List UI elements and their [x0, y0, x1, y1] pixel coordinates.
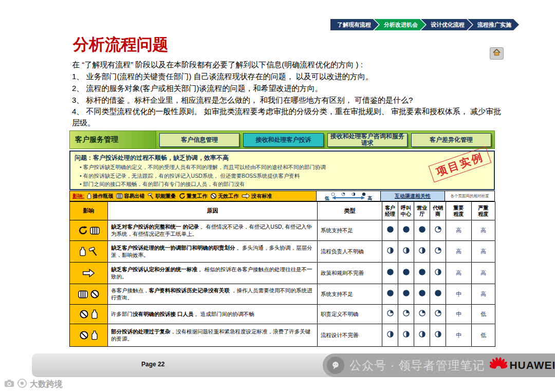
bottleneck-icon — [91, 330, 98, 340]
relevance-cell-2-full — [398, 263, 414, 284]
bottleneck-icon — [79, 247, 86, 256]
wechat-account-name: 公众号 · 领导者管理笔记 — [349, 358, 485, 374]
severity-header: 严重程度 — [472, 202, 495, 220]
intro-point-3: 3、 标杆的借鉴 。标杆企业里，相应流程是怎么做的， 和我们在哪些地方有区别， … — [72, 95, 505, 106]
points-list: 1、 业务部门(流程的关键责任部门) 自己谈流程现状存在的问题， 以及可以改进的… — [72, 71, 505, 129]
impact-icons-cell — [70, 241, 108, 263]
error-icon — [78, 290, 88, 298]
relevance-cell-3-full — [414, 263, 430, 284]
intro-text: 在 “了解现有流程” 阶段以及在本阶段都有必要了解到以下信息(明确流程优化的方向… — [72, 60, 504, 70]
relevance-cell-4-full — [430, 284, 446, 305]
huawei-wordmark: HUAWEI — [509, 359, 555, 371]
error-icon — [116, 193, 123, 199]
reason-cell: 缺乏客户投诉处理的统一协调部门和明确的职责划分 。多头沟通，多头协调，层层分派，… — [108, 241, 318, 263]
importance-cell: 中 — [446, 284, 472, 305]
relevance-cell-1-full — [382, 284, 398, 305]
impact-header: 影响 — [70, 202, 108, 220]
legend-item-3: 职能重叠 — [147, 193, 176, 200]
type-header: 类型 — [318, 202, 382, 220]
relevance-cell-1-half — [382, 241, 398, 263]
relevance-cell-2-half — [398, 324, 414, 347]
invalid-icon — [79, 309, 89, 319]
legend-item-4: 重复工作 — [179, 193, 207, 200]
importance-header: 重要程度 — [446, 202, 472, 220]
nav-step-3[interactable]: 设计优化流程 — [421, 19, 472, 30]
intro-point-1: 1、 业务部门(流程的关键责任部门) 自己谈流程现状存在的问题， 以及可以改进的… — [72, 71, 505, 82]
process-item-2[interactable]: 接收和处理客户投诉 — [243, 133, 323, 147]
legend-items: 操作瓶颈容易出错职能重叠重复工作无效工作没有标准 — [87, 193, 272, 200]
watermark: 大数跨境 — [4, 379, 63, 390]
scale-balls — [331, 191, 366, 196]
legend-label: 职能重叠 — [155, 193, 176, 200]
channel-header-1: 客户经理 — [382, 202, 398, 220]
reason-segment: 各客户接触点， — [111, 287, 149, 293]
relevance-cell-1-full — [382, 263, 398, 284]
intro-point-2: 2、 流程的服务对象(客户或相关部门)谈流程的问题，和希望改进的方向。 — [72, 83, 505, 94]
severity-cell: 高 — [472, 220, 495, 241]
invalid-icon — [210, 193, 217, 199]
nav-step-2[interactable]: 分析改进机会 — [374, 19, 425, 30]
type-cell: 流程设计不完善 — [318, 324, 382, 347]
relevance-cell-1-quarter — [382, 305, 398, 324]
process-nav: 了解现有流程分析改进机会设计优化流程流程推广实施 — [330, 19, 519, 30]
legend-prefix: 影响: — [72, 193, 84, 200]
impact-legend: 影响: 操作瓶颈容易出错职能重叠重复工作无效工作没有标准 — [69, 191, 317, 201]
severity-cell: 高 — [472, 241, 495, 263]
nav-step-4[interactable]: 流程推广实施 — [468, 19, 519, 30]
importance-cell: 中 — [446, 324, 472, 347]
error-icon — [90, 227, 100, 235]
scale-arrow-row: 低 高 — [325, 196, 372, 201]
reason-header: 原因 — [108, 202, 318, 220]
type-cell: 系统支持不足 — [318, 220, 382, 241]
legend-item-6: 没有标准 — [242, 193, 272, 200]
overlap-icon — [147, 193, 154, 199]
overlap-icon — [88, 247, 98, 256]
relevance-cell-4-half — [430, 263, 446, 284]
double-arrow-icon — [331, 196, 365, 201]
intro-point-4: 4、 不同类型流程优化的一般性原则。 如审批类流程要考虑审批的分级分类，重在审批… — [72, 106, 505, 128]
type-cell: 政策和规则不完善 — [318, 263, 382, 284]
importance-cell: 高 — [446, 263, 472, 284]
severity-cell: 高 — [472, 263, 495, 284]
relevance-cell-3-half — [414, 324, 430, 347]
table-row-1: 缺乏对客户投诉的完整和统一 的记录 。有些情况不记录，有些记入USD, 有些记入… — [70, 220, 495, 241]
process-item-4[interactable]: 客户差异化管理 — [411, 133, 491, 147]
table-row-3: 缺乏客户投诉认定和分派的统一标准 。相似的投诉在各客户接触点的处理往往是不一致的… — [70, 263, 495, 284]
legend-label: 容易出错 — [124, 193, 144, 200]
reason-cell: 各客户接触点，客户资料和投诉历史记录没有关联 ，操作人员需要使用不同的系统进行查… — [108, 284, 318, 305]
channel-relevance-header: 互动渠道相关性 — [380, 191, 445, 201]
bottleneck-icon — [87, 193, 91, 199]
severity-cell: 低 — [472, 305, 495, 324]
process-item-1[interactable]: 客户信息管理 — [159, 133, 239, 147]
table-row-6: 部分投诉的处理过于复杂，没有根据问题轻重和紧急程度设定标准，浪费了许多关键的资源… — [70, 324, 495, 347]
reason-segment: 缺乏客户投诉认定和分派的统一标准 — [111, 266, 199, 272]
legend-label: 无效工作 — [218, 193, 238, 200]
relevance-cell-3-half — [414, 241, 430, 263]
legend-item-2: 容易出错 — [116, 193, 144, 200]
impact-icons-cell — [70, 263, 108, 284]
reason-cell: 许多部门没有明确的投诉接 口人员 。造成部门间的协调不畅 — [108, 305, 318, 324]
type-cell: 职责定义不明确 — [318, 305, 382, 324]
channel-header-2: 呼叫中心 — [398, 202, 414, 220]
importance-cell: 高 — [446, 241, 472, 263]
relevance-cell-1-half — [382, 324, 398, 347]
problem-bullet-3: 部门之间的接口不顺畅，有的部门有专门的接口人员，有的部门没有 — [80, 181, 490, 188]
table-row-4: 各客户接触点，客户资料和投诉历史记录没有关联 ，操作人员需要使用不同的系统进行查… — [70, 284, 495, 305]
importance-cell: 高 — [446, 220, 472, 241]
relevance-cell-4-quarter — [430, 305, 446, 324]
severity-cell: 低 — [472, 324, 495, 347]
bottleneck-icon — [91, 309, 98, 319]
relevance-scale: 低 高 — [316, 191, 381, 201]
process-item-3[interactable]: 接收和处理客户咨询和服务请求 — [327, 133, 408, 147]
footer-brand-strip: 公众号 · 领导者管理笔记 HUAWEI — [323, 353, 555, 377]
home-button[interactable] — [490, 47, 504, 60]
reason-segment: 缺乏对客户投诉的完整和统一 的记录 — [111, 223, 200, 230]
impact-icons-cell — [70, 305, 108, 324]
problem-bullet-2: 有的投诉缺乏记录，无法跟踪，有的投诉记入USD系统， 但还需要BOSS系统提供客… — [80, 173, 490, 180]
camera-icon — [4, 379, 14, 389]
nav-step-1[interactable]: 了解现有流程 — [330, 19, 379, 30]
legend-label: 没有标准 — [251, 193, 272, 200]
invalid-icon — [90, 289, 100, 299]
relevance-cell-2-full — [398, 220, 414, 241]
problem-title: 问题：客户投诉处理的过程不顺畅，缺乏协调，效率不高 — [75, 154, 490, 162]
